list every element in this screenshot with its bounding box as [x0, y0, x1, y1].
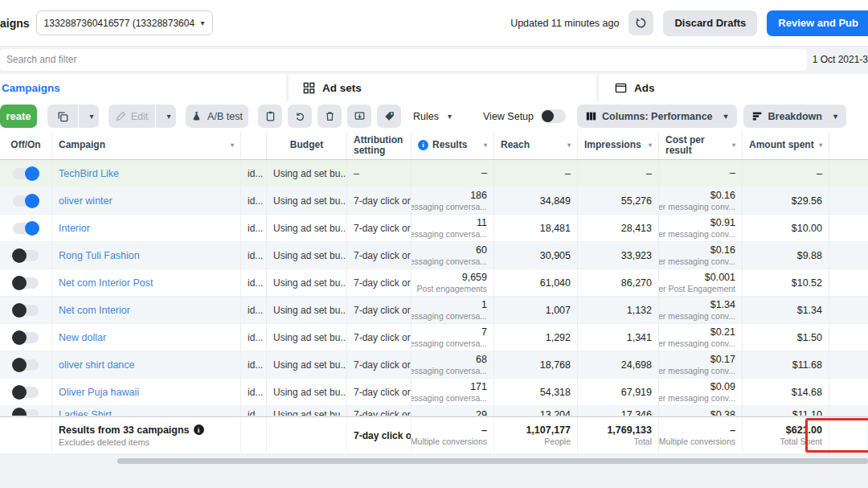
header-impressions[interactable]: Impressions▾: [578, 131, 659, 159]
bid-strategy-cell: id...: [248, 168, 260, 179]
attribution-cell: 7-day click or ...: [354, 277, 404, 289]
ab-test-button[interactable]: A/B test: [186, 105, 248, 128]
preview-button[interactable]: [347, 105, 371, 128]
duplicate-options-button[interactable]: ▾: [79, 105, 99, 128]
table-header: Off/On Campaign▾ Budget Attribution sett…: [0, 131, 868, 160]
campaign-toggle[interactable]: [13, 195, 39, 207]
edit-button[interactable]: Edit: [108, 105, 155, 128]
tab-ad-sets[interactable]: Ad sets: [289, 74, 596, 101]
columns-icon: [586, 111, 596, 121]
summary-attribution: 7-day click or ...: [354, 430, 404, 441]
undo-button[interactable]: [288, 105, 312, 128]
table-body: TechBird Like id... Using ad set bu... –…: [0, 160, 868, 416]
table-row: TechBird Like id... Using ad set bu... –…: [0, 160, 868, 187]
bid-strategy-cell: id...: [248, 250, 260, 261]
tag-button[interactable]: [377, 105, 401, 128]
delete-button[interactable]: [317, 105, 342, 128]
tab-ads[interactable]: Ads: [599, 74, 868, 101]
breakdown-icon: [752, 111, 763, 121]
undo-icon: [295, 111, 305, 121]
actions-toolbar: reate ▾ Edit ▾ A/B test: [0, 101, 868, 131]
campaign-toggle[interactable]: [13, 305, 39, 316]
updated-status: Updated 11 minutes ago: [510, 18, 619, 29]
grid-icon: [303, 82, 315, 94]
campaign-toggle[interactable]: [13, 168, 39, 179]
header-reach[interactable]: Reach▾: [494, 131, 578, 159]
campaign-link[interactable]: oliver winter: [59, 195, 234, 207]
impressions-cell: 1,132: [578, 297, 659, 323]
page-title: aigns: [0, 17, 30, 30]
campaign-link[interactable]: TechBird Like: [59, 168, 234, 179]
chevron-down-icon: ▾: [89, 112, 93, 121]
table-row: Oliver Puja hawaii id... Using ad set bu…: [0, 379, 868, 406]
bid-strategy-cell: id...: [248, 195, 260, 207]
tab-campaigns[interactable]: Campaigns: [0, 74, 286, 101]
create-button[interactable]: reate: [0, 105, 37, 128]
summary-row: Results from 33 campaignsi Excludes dele…: [0, 416, 868, 453]
campaign-link[interactable]: Interior: [59, 223, 234, 234]
campaign-link[interactable]: Oliver Puja hawaii: [59, 387, 234, 398]
impressions-cell: 24,698: [578, 351, 659, 378]
campaign-link[interactable]: oliver shirt dance: [59, 359, 234, 371]
attribution-cell: –: [354, 168, 404, 179]
campaign-toggle[interactable]: [13, 332, 39, 343]
amount-spent-cell: $11.68: [743, 351, 829, 378]
attribution-cell: 7-day click or ...: [354, 387, 404, 398]
edit-options-button[interactable]: ▾: [156, 105, 176, 128]
table-row: Net com Interior id... Using ad set bu..…: [0, 297, 868, 324]
sort-icon: ▾: [649, 140, 652, 150]
chevron-down-icon: ▾: [448, 112, 452, 121]
search-input[interactable]: Search and filter: [0, 49, 807, 71]
budget-cell: Using ad set bu...: [273, 250, 340, 261]
campaign-link[interactable]: Ladies Shirt: [59, 409, 234, 416]
discard-drafts-button[interactable]: Discard Drafts: [663, 10, 757, 36]
campaign-toggle[interactable]: [13, 277, 39, 289]
horizontal-scrollbar[interactable]: [117, 458, 868, 464]
rules-dropdown[interactable]: Rules ▾: [413, 111, 452, 122]
header-cost-per-result[interactable]: Cost per result▾: [659, 131, 743, 159]
header-budget[interactable]: Budget: [267, 131, 347, 159]
header-amount-spent[interactable]: Amount spent▾: [743, 131, 829, 159]
refresh-button[interactable]: [628, 10, 653, 35]
results-cell: 1Messaging conversa...: [411, 297, 494, 323]
cost-per-result-cell: $0.91Per messaging conv...: [659, 215, 743, 241]
pin-button[interactable]: [258, 105, 282, 128]
budget-cell: Using ad set bu...: [273, 332, 340, 343]
amount-spent-cell: –: [743, 160, 829, 187]
amount-spent-cell: $1.50: [743, 324, 829, 351]
impressions-cell: 55,276: [578, 187, 659, 214]
campaign-toggle[interactable]: [13, 250, 39, 261]
view-setup-toggle[interactable]: [541, 109, 566, 123]
campaign-toggle[interactable]: [13, 409, 39, 416]
campaign-link[interactable]: Net com Interior: [59, 305, 234, 316]
bid-strategy-cell: id...: [248, 305, 260, 316]
columns-dropdown[interactable]: Columns: Performance ▾: [577, 105, 737, 128]
attribution-cell: 7-day click or ...: [354, 409, 404, 416]
table-row: oliver shirt dance id... Using ad set bu…: [0, 351, 868, 379]
header-results[interactable]: iResults▾: [411, 131, 494, 159]
campaign-toggle[interactable]: [13, 223, 39, 234]
breakdown-dropdown[interactable]: Breakdown ▾: [743, 105, 846, 128]
account-selector-dropdown[interactable]: 1332887360416577 (1332887360416... ▾: [36, 10, 213, 35]
cost-per-result-cell: $0.16Per messaging conv...: [659, 242, 743, 269]
results-cell: 29: [411, 406, 494, 416]
campaign-toggle[interactable]: [13, 387, 39, 398]
campaign-link[interactable]: Rong Tuli Fashion: [59, 250, 234, 261]
campaigns-table: Off/On Campaign▾ Budget Attribution sett…: [0, 131, 868, 453]
campaign-toggle[interactable]: [13, 359, 39, 371]
header-attribution[interactable]: Attribution setting: [347, 131, 411, 159]
campaign-link[interactable]: New dollar: [59, 332, 234, 343]
flask-icon: [191, 111, 202, 121]
view-setup-label: View Setup: [483, 111, 534, 122]
chevron-down-icon: ▾: [833, 112, 837, 121]
chevron-down-icon: ▾: [201, 18, 205, 27]
date-range-selector[interactable]: 1 Oct 2021-3: [807, 54, 868, 65]
bid-strategy-cell: id...: [248, 359, 260, 371]
impressions-cell: 17,346: [578, 406, 659, 416]
review-and-publish-button[interactable]: Review and Pub: [767, 10, 868, 36]
cost-per-result-cell: $0.38: [659, 406, 743, 416]
header-campaign[interactable]: Campaign▾: [52, 131, 241, 159]
duplicate-button[interactable]: [47, 105, 78, 128]
amount-spent-cell: $14.68: [743, 379, 829, 405]
campaign-link[interactable]: Net com Interior Post: [59, 277, 234, 289]
